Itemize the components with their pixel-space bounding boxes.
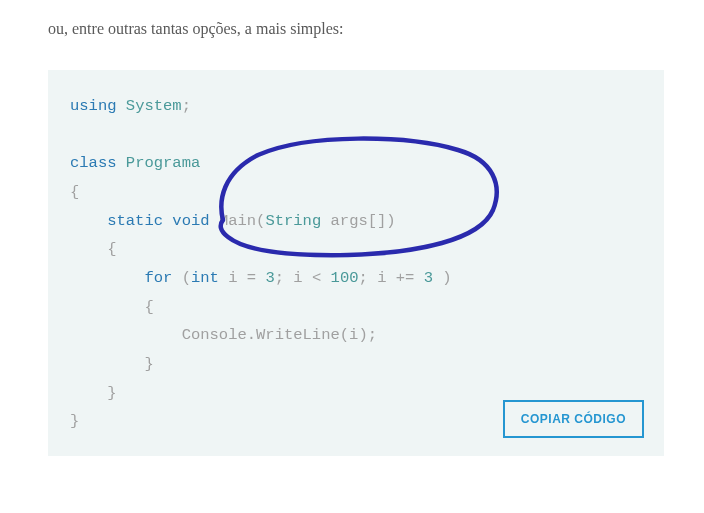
type-string: String — [265, 212, 321, 230]
paren-open: ( — [182, 269, 191, 287]
paren-close: ) — [442, 269, 451, 287]
paren-close: ) — [358, 326, 367, 344]
intro-text: ou, entre outras tantas opções, a mais s… — [48, 20, 664, 38]
keyword-void: void — [172, 212, 209, 230]
namespace-system: System — [126, 97, 182, 115]
keyword-using: using — [70, 97, 117, 115]
semicolon: ; — [275, 269, 284, 287]
brace-close: } — [107, 384, 116, 402]
brackets: [] — [368, 212, 387, 230]
num-3b: 3 — [424, 269, 433, 287]
var-i: i — [377, 269, 386, 287]
keyword-int: int — [191, 269, 219, 287]
brace-close: } — [144, 355, 153, 373]
op-eq: = — [247, 269, 256, 287]
dot: . — [247, 326, 256, 344]
brace-open: { — [70, 183, 79, 201]
param-args: args — [331, 212, 368, 230]
brace-open: { — [107, 240, 116, 258]
console: Console — [182, 326, 247, 344]
copy-code-button[interactable]: COPIAR CÓDIGO — [503, 400, 644, 438]
num-3: 3 — [265, 269, 274, 287]
semicolon: ; — [368, 326, 377, 344]
paren-close: ) — [386, 212, 395, 230]
paren-open: ( — [256, 212, 265, 230]
brace-close: } — [70, 412, 79, 430]
code-block: using System; class Programa { static vo… — [48, 70, 664, 456]
op-pluseq: += — [396, 269, 415, 287]
var-i: i — [293, 269, 302, 287]
code-content: using System; class Programa { static vo… — [70, 92, 642, 436]
var-i: i — [349, 326, 358, 344]
writeline: WriteLine — [256, 326, 340, 344]
brace-open: { — [144, 298, 153, 316]
keyword-static: static — [107, 212, 163, 230]
keyword-for: for — [144, 269, 172, 287]
op-lt: < — [312, 269, 321, 287]
method-main: Main — [219, 212, 256, 230]
semicolon: ; — [182, 97, 191, 115]
class-name: Programa — [126, 154, 200, 172]
paren-open: ( — [340, 326, 349, 344]
semicolon: ; — [359, 269, 368, 287]
num-100: 100 — [331, 269, 359, 287]
keyword-class: class — [70, 154, 117, 172]
var-i: i — [228, 269, 237, 287]
